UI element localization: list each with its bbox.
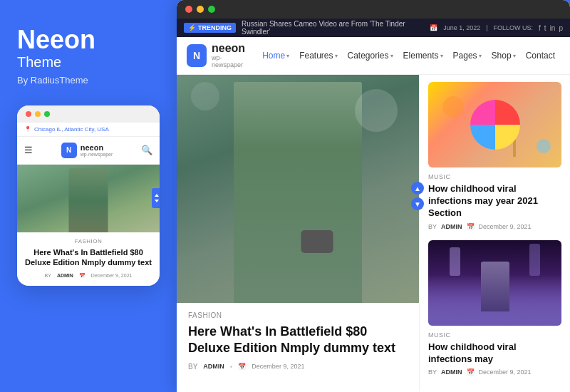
card-1-author: ADMIN bbox=[441, 223, 462, 230]
address-text: Chicago IL, Atlantic City, USA bbox=[34, 126, 109, 133]
trending-text: Russian Shares Cameo Video are From 'The… bbox=[242, 20, 424, 36]
brand-by: By RadiusTheme bbox=[17, 75, 160, 86]
featured-by-label: BY bbox=[188, 363, 197, 371]
mockup-date: December 9, 2021 bbox=[91, 273, 133, 279]
featured-author: ADMIN bbox=[203, 363, 224, 370]
calendar-icon: 📅 bbox=[430, 24, 437, 31]
card-2-date: December 9, 2021 bbox=[479, 368, 532, 376]
card-1-date: December 9, 2021 bbox=[479, 223, 532, 230]
featured-info: FASHION Here What's In Battlefield $80 D… bbox=[177, 303, 419, 379]
card-2-by: BY bbox=[428, 368, 437, 376]
lightning-icon: ⚡ bbox=[188, 24, 196, 31]
separator: | bbox=[486, 24, 487, 31]
featured-title: Here What's In Battlefield $80 Deluxe Ed… bbox=[188, 324, 408, 357]
sidebar-card-img-1 bbox=[428, 82, 561, 167]
scroll-down-arrow bbox=[155, 200, 159, 205]
follow-us-label: FOLLOW US: bbox=[494, 24, 534, 31]
bg-circle bbox=[355, 89, 398, 132]
card-2-author: ADMIN bbox=[441, 368, 462, 376]
right-sidebar: MUSIC How childhood viral infections may… bbox=[419, 75, 570, 391]
mockup-article-meta: BY ADMIN 📅 December 9, 2021 bbox=[17, 270, 160, 286]
card-2-calendar: 📅 bbox=[467, 368, 475, 376]
concert-light-1 bbox=[450, 247, 460, 276]
dot-yellow bbox=[35, 111, 41, 117]
nav-features[interactable]: Features ▾ bbox=[299, 51, 337, 61]
sidebar-card-2: MUSIC How childhood viral infections may… bbox=[428, 240, 561, 376]
mockup-hero-figure bbox=[69, 168, 108, 232]
chevron-down-icon: ▾ bbox=[479, 53, 482, 59]
pinterest-icon[interactable]: p bbox=[559, 24, 563, 32]
location-icon: 📍 bbox=[24, 126, 31, 133]
browser-dot-red[interactable] bbox=[185, 6, 192, 13]
scroll-down-button[interactable]: ▼ bbox=[411, 197, 424, 210]
featured-figure bbox=[234, 82, 362, 303]
card-1-meta: BY ADMIN 📅 December 9, 2021 bbox=[428, 223, 561, 230]
brand-subtitle: Theme bbox=[17, 54, 160, 71]
dot-red bbox=[26, 111, 31, 117]
content-area: FASHION Here What's In Battlefield $80 D… bbox=[177, 75, 570, 391]
card-1-title: How childhood viral infections may year … bbox=[428, 183, 561, 220]
trending-bar: ⚡ TRENDING Russian Shares Cameo Video ar… bbox=[177, 19, 570, 37]
nav-elements[interactable]: Elements ▾ bbox=[403, 51, 443, 61]
card-2-meta: BY ADMIN 📅 December 9, 2021 bbox=[428, 368, 561, 376]
site-logo-area: N neeon wp-newspaper bbox=[187, 43, 248, 68]
scroll-up-arrow bbox=[155, 192, 159, 197]
chevron-down-icon: ▾ bbox=[390, 53, 393, 59]
mockup-article-title: Here What's In Battlefield $80 Deluxe Ed… bbox=[17, 244, 160, 271]
nav-pages[interactable]: Pages ▾ bbox=[453, 51, 482, 61]
mockup-hero-image bbox=[17, 165, 160, 232]
lollipop-candy bbox=[470, 100, 520, 150]
mockup-author: ADMIN bbox=[57, 273, 73, 279]
dot-green bbox=[44, 111, 50, 117]
site-logo-text: neeon bbox=[212, 43, 248, 54]
mockup-by-label: BY bbox=[45, 273, 51, 279]
nav-categories[interactable]: Categories ▾ bbox=[348, 51, 393, 61]
browser-dot-green[interactable] bbox=[208, 6, 215, 13]
nav-home[interactable]: Home ▾ bbox=[262, 51, 289, 61]
mockup-logo-icon: N bbox=[61, 143, 77, 158]
meta-dot: • bbox=[230, 363, 233, 371]
trending-right: 📅 June 1, 2022 | FOLLOW US: f t in p bbox=[430, 24, 563, 32]
chevron-down-icon: ▾ bbox=[440, 53, 443, 59]
main-featured: FASHION Here What's In Battlefield $80 D… bbox=[177, 75, 419, 391]
hamburger-icon[interactable]: ☰ bbox=[24, 145, 33, 155]
mockup-calendar-icon: 📅 bbox=[79, 273, 86, 279]
left-panel: Neeon Theme By RadiusTheme 📍 Chicago IL,… bbox=[0, 0, 177, 392]
linkedin-icon[interactable]: in bbox=[550, 24, 556, 32]
bg-blob bbox=[442, 96, 464, 118]
mobile-mockup: 📍 Chicago IL, Atlantic City, USA ☰ N nee… bbox=[17, 105, 160, 287]
nav-contact[interactable]: Contact bbox=[526, 51, 555, 61]
site-nav: Home ▾ Features ▾ Categories ▾ Elements … bbox=[262, 51, 555, 61]
mockup-logo-text-area: neeon wp-newspaper bbox=[81, 144, 113, 157]
lollipop-image bbox=[428, 82, 561, 167]
mockup-logo-text: neeon bbox=[81, 144, 113, 152]
card-1-category: MUSIC bbox=[428, 173, 561, 180]
featured-camera bbox=[301, 230, 333, 253]
site-header: N neeon wp-newspaper Home ▾ Features ▾ C… bbox=[177, 37, 570, 75]
bg-blob-2 bbox=[537, 139, 551, 153]
brand-title: Neeon bbox=[17, 26, 160, 54]
featured-date: December 9, 2021 bbox=[252, 363, 304, 370]
sidebar-card-img-2 bbox=[428, 240, 561, 326]
mockup-logo-sub: wp-newspaper bbox=[81, 152, 113, 157]
facebook-icon[interactable]: f bbox=[539, 24, 541, 32]
card-1-calendar: 📅 bbox=[467, 223, 475, 230]
search-icon[interactable]: 🔍 bbox=[141, 145, 152, 155]
site-logo-icon: N bbox=[187, 44, 207, 67]
mockup-scroll-button[interactable] bbox=[152, 188, 160, 208]
concert-image bbox=[428, 240, 561, 326]
browser-panel: ⚡ TRENDING Russian Shares Cameo Video ar… bbox=[177, 0, 570, 392]
mockup-logo-area: N neeon wp-newspaper bbox=[61, 143, 113, 158]
trending-date: June 1, 2022 bbox=[443, 24, 480, 31]
browser-dot-yellow[interactable] bbox=[197, 6, 204, 13]
bg-circle-2 bbox=[191, 82, 219, 110]
featured-image bbox=[177, 75, 419, 303]
trending-label: ⚡ TRENDING bbox=[184, 23, 236, 33]
scroll-side-buttons: ▲ ▼ bbox=[411, 182, 424, 210]
browser-chrome bbox=[177, 0, 570, 19]
twitter-icon[interactable]: t bbox=[544, 24, 546, 32]
trending-social: f t in p bbox=[539, 24, 563, 32]
mockup-article-category: FASHION bbox=[17, 238, 160, 244]
nav-shop[interactable]: Shop ▾ bbox=[492, 51, 516, 61]
scroll-up-button[interactable]: ▲ bbox=[411, 182, 424, 195]
